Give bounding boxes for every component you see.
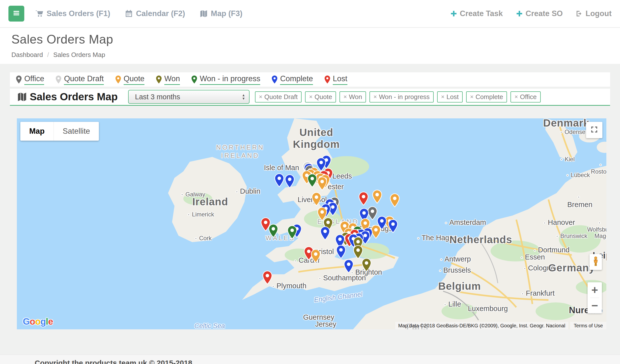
tag-label: Won - in progress: [379, 93, 430, 101]
filter-tag-lost[interactable]: ×Lost: [437, 91, 463, 103]
marker-pin-quote[interactable]: [390, 193, 400, 207]
legend-label: Office: [24, 74, 44, 85]
google-map-canvas[interactable]: United KingdomNORTHERN IRELANDIsle of Ma…: [17, 118, 606, 329]
marker-pin-wip[interactable]: [307, 174, 317, 187]
marker-pin-quote[interactable]: [317, 177, 327, 190]
legend-label: Quote: [124, 74, 144, 85]
legend-item-won[interactable]: Won: [156, 74, 180, 85]
map-view-button[interactable]: Map: [20, 122, 54, 141]
marker-pin-complete[interactable]: [285, 174, 295, 188]
marker-pin-wip[interactable]: [287, 225, 297, 239]
marker-pin-quote[interactable]: [372, 190, 382, 204]
marker-pin-complete[interactable]: [344, 259, 354, 273]
google-logo[interactable]: Google: [23, 316, 53, 327]
action-label: Create Task: [460, 9, 503, 18]
filter-tag-won-in-progress[interactable]: ×Won - in progress: [369, 91, 434, 103]
marker-pin-lost[interactable]: [359, 192, 368, 206]
remove-tag-icon[interactable]: ×: [441, 93, 445, 100]
nav-item-map-f3[interactable]: Map (F3): [199, 9, 242, 18]
legend-item-lost[interactable]: Lost: [324, 74, 347, 85]
footer-copyright: Copyright the products team uk © 2015-20…: [0, 355, 620, 364]
status-legend: OfficeQuote DraftQuoteWonWon - in progre…: [10, 72, 610, 87]
legend-label: Won: [164, 74, 180, 85]
marker-pin-complete[interactable]: [336, 245, 346, 259]
marker-pin-wip[interactable]: [268, 224, 278, 238]
filter-tag-complete[interactable]: ×Complete: [466, 91, 507, 103]
legend-item-won-in-progress[interactable]: Won - in progress: [191, 74, 260, 85]
pin-icon: [272, 75, 278, 84]
fullscreen-button[interactable]: [586, 122, 602, 138]
marker-pin-won[interactable]: [362, 258, 371, 272]
remove-tag-icon[interactable]: ×: [470, 93, 474, 100]
terms-of-use-link[interactable]: Terms of Use: [570, 322, 606, 330]
top-navbar: Sales Orders (F1)Calendar (F2)Map (F3) C…: [0, 0, 620, 28]
remove-tag-icon[interactable]: ×: [309, 93, 312, 100]
legend-item-office[interactable]: Office: [16, 74, 44, 85]
google-logo-letter: o: [30, 316, 35, 327]
page-header: Sales Orders Map Dashboard / Sales Order…: [0, 28, 620, 64]
map-type-control: Map Satellite: [20, 122, 99, 141]
legend-item-quote-draft[interactable]: Quote Draft: [56, 74, 104, 85]
pin-icon: [324, 75, 330, 84]
filter-tag-won[interactable]: ×Won: [339, 91, 366, 103]
tag-label: Office: [520, 93, 536, 101]
remove-tag-icon[interactable]: ×: [259, 93, 262, 100]
remove-tag-icon[interactable]: ×: [514, 93, 518, 100]
filter-tag-quote[interactable]: ×Quote: [305, 91, 336, 103]
zoom-control: + −: [588, 282, 602, 313]
legend-label: Complete: [280, 74, 313, 85]
marker-pin-won[interactable]: [353, 245, 363, 259]
pin-icon: [16, 75, 22, 84]
content-area: OfficeQuote DraftQuoteWonWon - in progre…: [0, 64, 620, 364]
panel-title-text: Sales Orders Map: [30, 91, 118, 103]
legend-item-complete[interactable]: Complete: [272, 74, 313, 85]
map-icon: [199, 9, 208, 18]
legend-item-quote[interactable]: Quote: [115, 74, 144, 85]
google-logo-letter: e: [48, 316, 53, 327]
legend-label: Lost: [333, 74, 347, 85]
nav-item-calendar-f2[interactable]: Calendar (F2): [125, 9, 185, 18]
pegman-icon: [592, 256, 600, 268]
marker-pin-complete[interactable]: [388, 219, 398, 233]
calendar-icon: [125, 9, 133, 18]
nav-item-label: Calendar (F2): [136, 9, 185, 18]
google-logo-letter: o: [35, 316, 40, 327]
tag-label: Quote: [314, 93, 332, 101]
select-arrows-icon: ▴▾: [243, 93, 245, 100]
marker-pin-complete[interactable]: [320, 226, 330, 240]
page-title: Sales Orders Map: [11, 32, 609, 47]
marker-pin-complete[interactable]: [274, 173, 284, 187]
tag-label: Quote Draft: [264, 93, 298, 101]
filter-tag-quote-draft[interactable]: ×Quote Draft: [255, 91, 302, 103]
period-select[interactable]: Last 3 months ▴▾: [128, 90, 250, 104]
cart-icon: [35, 9, 44, 18]
marker-pin-quote[interactable]: [311, 192, 321, 206]
filter-tag-office[interactable]: ×Office: [510, 91, 540, 103]
nav-item-label: Map (F3): [211, 9, 242, 18]
zoom-in-button[interactable]: +: [588, 282, 602, 298]
nav-item-sales-orders-f1[interactable]: Sales Orders (F1): [35, 9, 110, 18]
action-label: Logout: [586, 9, 612, 18]
logout-icon: [576, 10, 583, 17]
fullscreen-icon: [590, 125, 598, 135]
satellite-view-button[interactable]: Satellite: [54, 122, 99, 141]
remove-tag-icon[interactable]: ×: [373, 93, 377, 100]
breadcrumb-parent[interactable]: Dashboard: [11, 51, 43, 58]
create-task-button[interactable]: Create Task: [450, 9, 503, 18]
pegman-control[interactable]: [590, 254, 602, 270]
map-attribution: Map data ©2018 GeoBasis-DE/BKG (©2009), …: [395, 322, 606, 329]
menu-toggle-button[interactable]: [8, 6, 24, 22]
zoom-out-button[interactable]: −: [588, 298, 602, 313]
period-select-value: Last 3 months: [135, 93, 180, 101]
legend-label: Won - in progress: [200, 74, 260, 85]
nav-item-label: Sales Orders (F1): [47, 9, 110, 18]
create-so-button[interactable]: Create SO: [516, 9, 563, 18]
logout-button[interactable]: Logout: [576, 9, 612, 18]
app-window: Sales Orders (F1)Calendar (F2)Map (F3) C…: [0, 0, 620, 364]
navbar-menu: Sales Orders (F1)Calendar (F2)Map (F3): [35, 9, 242, 18]
marker-pin-quote[interactable]: [311, 249, 321, 263]
map-panel-header: Sales Orders Map Last 3 months ▴▾ ×Quote…: [10, 89, 610, 106]
marker-pin-lost[interactable]: [262, 271, 272, 285]
remove-tag-icon[interactable]: ×: [343, 93, 347, 100]
plus-icon: [450, 10, 457, 17]
